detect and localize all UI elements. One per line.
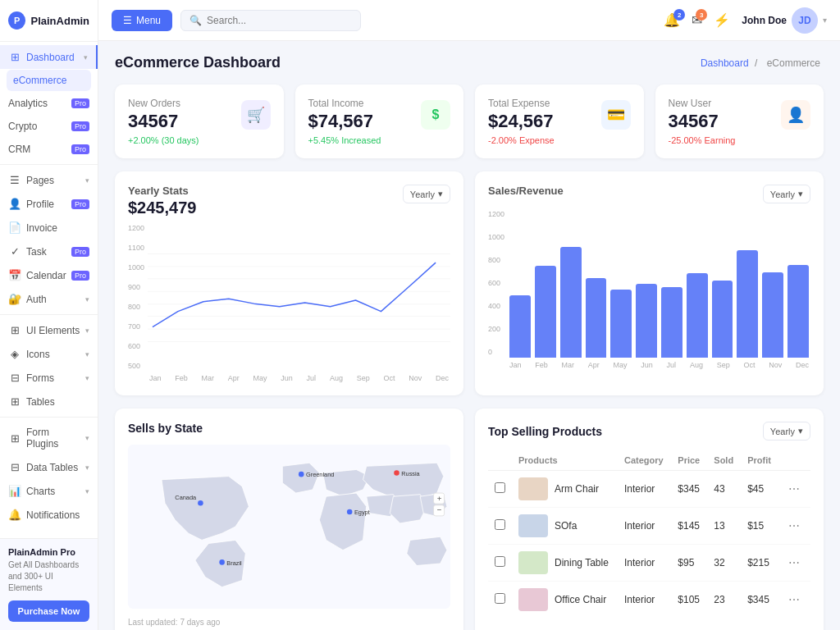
product-checkbox[interactable] (495, 519, 505, 530)
table-row: Office Chair Interior $105 23 $345 ⋯ (488, 582, 810, 619)
user-info[interactable]: John Doe JD ▾ (742, 7, 827, 34)
sidebar-item-notifications[interactable]: 🔔 Notifications (0, 503, 98, 527)
more-options-button[interactable]: ⋯ (785, 481, 803, 497)
product-price: $95 (671, 545, 707, 582)
sidebar-item-pages[interactable]: ☰ Pages ▾ (0, 168, 98, 192)
page-header: eCommerce Dashboard Dashboard / eCommerc… (115, 54, 824, 71)
product-price: $345 (671, 471, 707, 508)
more-options-button[interactable]: ⋯ (785, 555, 803, 571)
search-box[interactable]: 🔍 (180, 10, 361, 31)
product-profit: $15 (741, 508, 778, 545)
charts-row: Yearly Stats $245,479 Yearly ▾ 1200 1100… (115, 171, 824, 395)
sidebar-item-profile[interactable]: 👤 Profile Pro (0, 192, 98, 216)
logo: P PlainAdmin (0, 0, 98, 42)
topbar-right: 🔔 2 ✉ 3 ⚡ John Doe JD ▾ (664, 7, 827, 34)
logo-icon: P (8, 11, 25, 30)
stat-icon-user: 👤 (781, 100, 810, 130)
sidebar-item-task[interactable]: ✓ Task Pro (0, 240, 98, 263)
purchase-button[interactable]: Purchase Now (8, 600, 89, 622)
search-input[interactable] (207, 15, 352, 26)
filter-icon[interactable]: ⚡ (714, 12, 730, 28)
tables-icon: ⊞ (8, 395, 21, 408)
product-price: $145 (671, 508, 707, 545)
icons-icon: ◈ (8, 348, 21, 360)
sidebar-item-ecommerce[interactable]: eCommerce (7, 70, 91, 91)
product-checkbox[interactable] (495, 482, 505, 493)
product-checkbox[interactable] (495, 556, 505, 567)
products-table: Products Category Price Sold Profit (488, 450, 810, 618)
sidebar-item-charts[interactable]: 📊 Charts ▾ (0, 479, 98, 503)
bar-feb (535, 266, 556, 358)
promo-title: PlainAdmin Pro (8, 547, 89, 557)
top-products-card: Top Selling Products Yearly ▾ Products C… (475, 409, 824, 630)
sidebar-item-label: eCommerce (13, 75, 84, 86)
sidebar-item-tables[interactable]: ⊞ Tables (0, 390, 98, 413)
svg-text:+: + (437, 494, 442, 503)
sidebar-item-data-tables[interactable]: ⊟ Data Tables ▾ (0, 455, 98, 479)
sidebar-item-form-plugins[interactable]: ⊞ Form Plugins ▾ (0, 421, 98, 455)
yearly-filter-select[interactable]: Yearly ▾ (403, 185, 450, 203)
stat-value: $24,567 (488, 111, 554, 132)
sidebar-item-auth[interactable]: 🔐 Auth ▾ (0, 287, 98, 311)
sidebar-item-icons[interactable]: ◈ Icons ▾ (0, 342, 98, 366)
table-row: Dining Table Interior $95 32 $215 ⋯ (488, 545, 810, 582)
sidebar-item-analytics[interactable]: Analytics Pro (0, 92, 98, 115)
sidebar: P PlainAdmin ⊞ Dashboard ▾ eCommerce Ana… (0, 0, 98, 630)
menu-button[interactable]: ☰ Menu (112, 10, 172, 31)
sidebar-item-label: CRM (8, 144, 66, 155)
notifications-bell[interactable]: 🔔 2 (664, 12, 680, 28)
col-price: Price (671, 450, 707, 471)
svg-text:−: − (437, 505, 442, 514)
sidebar-item-calendar[interactable]: 📅 Calendar Pro (0, 263, 98, 287)
stats-row: New Orders 34567 🛒 +2.00% (30 days) Tota… (115, 84, 824, 158)
product-checkbox[interactable] (495, 593, 505, 604)
sidebar-item-dashboard[interactable]: ⊞ Dashboard ▾ (0, 45, 98, 69)
stat-value: $74,567 (308, 111, 374, 132)
breadcrumb-current: eCommerce (767, 57, 820, 69)
product-name: Office Chair (555, 594, 606, 605)
breadcrumb-home[interactable]: Dashboard (701, 57, 749, 69)
profile-icon: 👤 (8, 198, 21, 210)
sidebar-item-invoice[interactable]: 📄 Invoice (0, 216, 98, 240)
sidebar-item-label: Dashboard (26, 52, 79, 63)
sidebar-item-ui-elements[interactable]: ⊞ UI Elements ▾ (0, 318, 98, 342)
page-title: eCommerce Dashboard (115, 54, 281, 71)
sidebar-item-crm[interactable]: CRM Pro (0, 138, 98, 161)
products-filter-select[interactable]: Yearly ▾ (763, 422, 810, 441)
product-price: $105 (671, 582, 707, 619)
stat-label: New Orders (128, 98, 180, 109)
sales-filter-select[interactable]: Yearly ▾ (763, 185, 810, 203)
stat-change: +5.45% Increased (308, 135, 451, 145)
svg-point-16 (219, 559, 225, 565)
map-updated: Last updated: 7 days ago (128, 618, 450, 627)
bar-sep (712, 281, 733, 358)
more-options-button[interactable]: ⋯ (785, 518, 803, 534)
bar-dec (788, 265, 809, 358)
product-category: Interior (618, 545, 671, 582)
stat-card-total-expense: Total Expense $24,567 💳 -2.00% Expense (475, 84, 644, 158)
sidebar-item-label: Crypto (8, 121, 66, 132)
messages-icon[interactable]: ✉ 3 (692, 12, 702, 28)
forms-icon: ⊟ (8, 372, 21, 384)
bar-jan (509, 295, 531, 358)
stat-icon-income: $ (421, 100, 450, 130)
product-category: Interior (618, 582, 671, 619)
product-name: SOfa (555, 520, 577, 532)
stat-change: +2.00% (30 days) (128, 135, 271, 145)
sidebar-item-forms[interactable]: ⊟ Forms ▾ (0, 366, 98, 390)
stat-icon-orders: 🛒 (241, 100, 271, 130)
logo-text: PlainAdmin (30, 15, 89, 27)
stat-label: Total Expense (488, 98, 554, 109)
table-row: Arm Chair Interior $345 43 $45 ⋯ (488, 471, 810, 508)
sidebar-item-crypto[interactable]: Crypto Pro (0, 115, 98, 138)
more-options-button[interactable]: ⋯ (785, 591, 803, 608)
sales-revenue-card: Sales/Revenue Yearly ▾ 1200 1000 800 600… (475, 171, 824, 395)
stat-card-total-income: Total Income $74,567 $ +5.45% Increased (295, 84, 464, 158)
pages-icon: ☰ (8, 174, 21, 186)
invoice-icon: 📄 (8, 221, 21, 234)
bar-jun (636, 284, 657, 358)
stat-icon-expense: 💳 (601, 100, 631, 130)
product-name: Dining Table (555, 557, 609, 568)
product-profit: $215 (741, 545, 778, 582)
sidebar-promo: PlainAdmin Pro Get All Dashboards and 30… (0, 538, 98, 630)
